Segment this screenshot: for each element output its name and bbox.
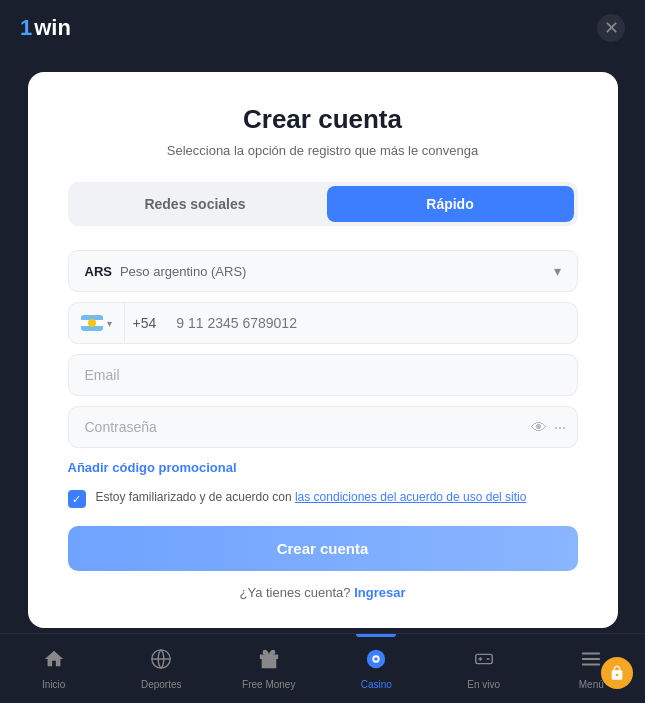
header: 1 win ✕ (0, 0, 645, 56)
checkmark-icon: ✓ (72, 493, 81, 506)
flag-icon (81, 315, 103, 331)
login-text: ¿Ya tienes cuenta? (240, 585, 351, 600)
menu-icon (580, 648, 602, 675)
terms-link[interactable]: las condiciones del acuerdo de uso del s… (295, 490, 526, 504)
create-account-button[interactable]: Crear cuenta (68, 526, 578, 571)
nav-inicio[interactable]: Inicio (0, 634, 108, 703)
nav-en-vivo[interactable]: En vivo (430, 634, 538, 703)
nav-menu-label: Menú (579, 679, 604, 690)
gift-icon (258, 648, 280, 675)
nav-en-vivo-label: En vivo (467, 679, 500, 690)
main-content: Crear cuenta Selecciona la opción de reg… (0, 56, 645, 633)
tab-group: Redes sociales Rápido (68, 182, 578, 226)
currency-code: ARS (85, 264, 112, 279)
close-button[interactable]: ✕ (597, 14, 625, 42)
modal-card: Crear cuenta Selecciona la opción de reg… (28, 72, 618, 628)
home-icon (43, 648, 65, 675)
nav-free-money[interactable]: Free Money (215, 634, 323, 703)
currency-name: Peso argentino (ARS) (120, 264, 246, 279)
email-input[interactable] (68, 354, 578, 396)
modal-subtitle: Selecciona la opción de registro que más… (68, 143, 578, 158)
email-group (68, 354, 578, 396)
password-group: 👁 ··· (68, 406, 578, 448)
more-options-icon[interactable]: ··· (553, 417, 565, 438)
modal-title: Crear cuenta (68, 104, 578, 135)
tab-social[interactable]: Redes sociales (72, 186, 319, 222)
country-code: +54 (125, 315, 165, 331)
svg-point-3 (374, 657, 378, 661)
bottom-nav: Inicio Deportes Free Money Casino En viv… (0, 633, 645, 703)
gamepad-icon (473, 648, 495, 675)
terms-row: ✓ Estoy familiarizado y de acuerdo con l… (68, 489, 578, 508)
terms-text: Estoy familiarizado y de acuerdo con las… (96, 489, 527, 506)
casino-icon (365, 648, 387, 675)
nav-deportes-label: Deportes (141, 679, 182, 690)
login-row: ¿Ya tienes cuenta? Ingresar (68, 585, 578, 600)
nav-inicio-label: Inicio (42, 679, 65, 690)
chevron-down-icon: ▾ (107, 318, 112, 329)
logo-1: 1 (20, 15, 32, 41)
password-input[interactable] (68, 406, 578, 448)
phone-field: ▾ +54 (68, 302, 578, 344)
currency-select[interactable]: ARS Peso argentino (ARS) ▾ (68, 250, 578, 292)
chevron-down-icon: ▾ (554, 263, 561, 279)
sports-icon (150, 648, 172, 675)
logo-win: win (34, 15, 71, 41)
terms-checkbox[interactable]: ✓ (68, 490, 86, 508)
promo-link[interactable]: Añadir código promocional (68, 460, 237, 475)
eye-icon[interactable]: 👁 (531, 418, 547, 436)
country-selector[interactable]: ▾ (69, 303, 125, 343)
nav-free-money-label: Free Money (242, 679, 295, 690)
nav-casino-label: Casino (361, 679, 392, 690)
logo: 1 win (20, 15, 71, 41)
nav-deportes[interactable]: Deportes (108, 634, 216, 703)
nav-casino[interactable]: Casino (323, 634, 431, 703)
phone-input[interactable] (164, 303, 576, 343)
lock-badge[interactable] (601, 657, 633, 689)
login-link[interactable]: Ingresar (354, 585, 405, 600)
tab-quick[interactable]: Rápido (327, 186, 574, 222)
